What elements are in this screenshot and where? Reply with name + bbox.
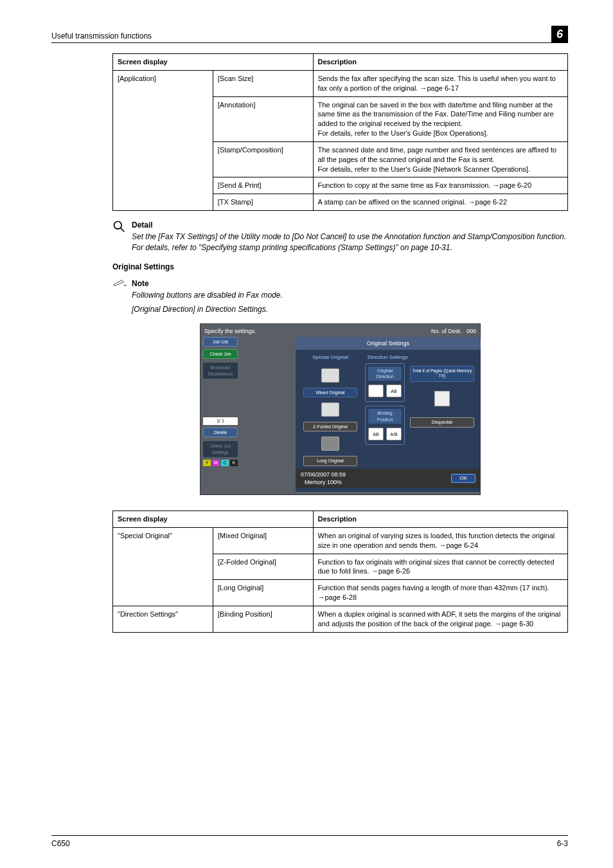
note-line: Following buttons are disabled in Fax mo… — [132, 290, 568, 300]
cell-desc: When a duplex original is scanned with A… — [313, 606, 568, 633]
original-settings-table: Screen display Description "Special Orig… — [112, 511, 568, 633]
cell-desc: Function to copy at the same time as Fax… — [313, 177, 568, 194]
cell-label: [Mixed Original] — [213, 527, 313, 554]
panel-title: Original Settings — [296, 337, 481, 350]
col-screen-display: Screen display — [113, 54, 314, 71]
col-description: Description — [313, 511, 568, 528]
detail-title: Detail — [132, 220, 568, 230]
cell-label: [TX Stamp] — [213, 194, 313, 211]
svg-point-4 — [126, 285, 127, 285]
zfold-icon — [321, 402, 339, 417]
svg-point-0 — [114, 222, 122, 230]
cell-label: [Long Original] — [213, 580, 313, 606]
svg-line-1 — [121, 228, 125, 232]
cell-desc: Sends the fax after specifying the scan … — [313, 70, 568, 96]
ok-button[interactable]: OK — [451, 474, 475, 484]
cell-desc: The original can be saved in the box wit… — [313, 96, 568, 141]
mixed-original-button[interactable]: Mixed Original — [303, 388, 357, 397]
bind-icon: A/B — [386, 428, 402, 440]
toner-levels: Y M C K — [203, 457, 238, 466]
ss-datetime: 07/06/2007 08:59 — [301, 471, 346, 478]
long-icon — [321, 437, 339, 451]
despeckle-button[interactable]: Despeckle — [410, 417, 474, 427]
table-row: "Direction Settings" [Binding Position] … — [113, 606, 568, 633]
footer-right: 6-3 — [557, 838, 568, 849]
cell-desc: The scanned date and time, page number a… — [313, 141, 568, 177]
col-description: Description — [313, 54, 568, 71]
note-block: Note Following buttons are disabled in F… — [132, 278, 568, 315]
cell-label: [Z-Folded Original] — [213, 554, 313, 580]
page-footer: C650 6-3 — [51, 835, 568, 849]
bind-icon: AB — [368, 428, 384, 440]
cell-desc: When an original of varying sizes is loa… — [313, 527, 568, 554]
check-job-tab[interactable]: Check Job — [203, 349, 238, 359]
table-row: "Special Original" [Mixed Original] When… — [113, 527, 568, 554]
ss-no-of-val: 000 — [466, 328, 476, 334]
cell-label: [Scan Size] — [213, 70, 313, 96]
detail-body: Set the [Fax TX Settings] of the Utility… — [132, 231, 568, 252]
footer-left: C650 — [51, 838, 70, 849]
ss-no-of: No. of Dest. — [431, 328, 462, 334]
chapter-number: 6 — [551, 26, 568, 42]
group-direction: "Direction Settings" — [113, 606, 213, 633]
job-list-tab[interactable]: Job List — [203, 337, 238, 347]
ss-memory: Memory 100% — [305, 479, 342, 485]
group-special: "Special Original" — [113, 527, 213, 606]
binding-position-box[interactable]: Binding Position ABA/B — [365, 406, 405, 445]
group-application: [Application] — [113, 70, 213, 210]
svg-point-2 — [124, 285, 125, 285]
cell-desc: A stamp can be affixed on the scanned or… — [313, 194, 568, 211]
cell-label: [Stamp/Composition] — [213, 141, 313, 177]
magnifier-icon — [112, 220, 132, 235]
cell-desc: Function to fax originals with original … — [313, 554, 568, 580]
despeckle-icon — [434, 391, 450, 406]
special-original-label: Special Original — [312, 352, 348, 363]
ss-specify: Specify the settings. — [204, 327, 256, 335]
direction-settings-label: Direction Settings — [365, 352, 474, 363]
cell-label: [Annotation] — [213, 96, 313, 141]
svg-point-3 — [125, 285, 125, 285]
section-original-settings: Original Settings — [112, 262, 568, 272]
cell-desc: Function that sends pages having a lengt… — [313, 580, 568, 606]
detail-block: Detail Set the [Fax TX Settings] of the … — [132, 220, 568, 253]
table-row: [Application] [Scan Size] Sends the fax … — [113, 70, 568, 96]
dir-icon — [368, 384, 384, 397]
application-table: Screen display Description [Application]… — [112, 53, 568, 211]
dir-icon: AB — [386, 384, 402, 397]
header-title: Useful transmission functions — [51, 31, 152, 41]
check-settings[interactable]: Check Job Settings — [203, 441, 238, 457]
total-pages-button[interactable]: Total # of Pages (Quick Memory TX) — [410, 366, 474, 383]
page-indicator: 1/ 1 — [203, 417, 238, 424]
zfold-button[interactable]: Z-Folded Original — [303, 422, 357, 431]
note-title: Note — [132, 278, 568, 289]
cell-label: [Send & Print] — [213, 177, 313, 194]
mixed-icon — [321, 368, 339, 383]
col-screen-display: Screen display — [113, 511, 314, 528]
long-original-button[interactable]: Long Original — [303, 456, 357, 466]
note-line: [Original Direction] in Direction Settin… — [132, 304, 568, 314]
cell-label: [Binding Position] — [213, 606, 313, 633]
delete-button[interactable]: Delete — [203, 428, 238, 437]
device-screenshot: Specify the settings. No. of Dest. 000 J… — [200, 323, 481, 495]
original-direction-box[interactable]: Original Direction AB — [365, 363, 405, 402]
pencil-icon — [112, 278, 132, 290]
page-header: Useful transmission functions 6 — [51, 26, 568, 43]
broadcast-label: Broadcast Destinations — [203, 363, 238, 379]
